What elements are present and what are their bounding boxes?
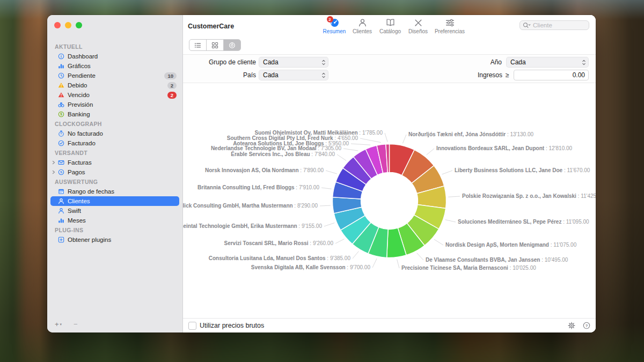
label-leader-line [326,171,337,174]
sidebar-item-vencido[interactable]: Vencido2 [50,90,179,100]
grupo-select[interactable]: Cada [259,57,328,68]
label-leader-line [353,252,358,259]
window-controls [54,22,82,28]
check-circle-icon [57,140,65,146]
slice-label: Consultoria Lusitana Lda, Manuel Dos San… [209,255,351,261]
person-icon [57,198,65,204]
updown-chevrons-icon [321,59,326,66]
tab-catalogo[interactable]: Catálogo [376,18,404,34]
sidebar-item-label: Dashboard [68,53,98,60]
segment-list-icon[interactable] [189,40,207,50]
svg-text:$: $ [60,112,62,116]
label-leader-line [445,220,456,222]
label-leader-line [321,188,332,189]
label-leader-line [320,205,331,206]
add-button[interactable]: + ▾ [55,320,62,328]
gross-prices-label: Utilizar precios brutos [200,322,264,329]
tab-clientes[interactable]: Clientes [348,18,376,34]
toolbar-tabs: 2ResumenClientesCatálogoDiseñosPreferenc… [320,18,467,34]
warning-triangle-icon [57,92,65,98]
sidebar-item-prevision[interactable]: Previsión [50,100,179,109]
slice-label: Britannia Consulting Ltd, Fred Bloggs : … [197,184,319,190]
view-segmented-control [189,39,241,51]
pais-select-value: Cada [263,71,321,79]
help-icon[interactable]: ? [583,322,590,329]
remove-button[interactable]: − [74,320,78,328]
sidebar-item-label: Facturado [68,140,96,146]
pais-select[interactable]: Cada [259,70,328,80]
sidebar-item-swift[interactable]: Swift [50,206,179,216]
label-leader-line [351,144,370,145]
label-leader-line [335,239,345,244]
close-button[interactable] [54,22,61,28]
segment-grid-icon[interactable] [207,40,224,50]
s-circle-icon: S [57,169,65,175]
disclosure-chevron-icon[interactable] [50,170,57,174]
sidebar-item-no-facturado[interactable]: No facturado [50,129,179,138]
slice-label: Norsk Innovasjon AS, Ola Nordmann : 7'89… [205,167,324,173]
label-leader-line [417,253,423,260]
slice-label: Aotearoa Solutions Ltd, Joe Bloggs : 5'9… [233,141,349,146]
binoculars-icon [57,101,65,108]
zoom-button[interactable] [76,22,82,28]
sliders-icon [445,18,455,27]
tab-preferencias[interactable]: Preferencias [432,18,467,34]
sidebar-item-label: Banking [68,111,90,117]
sidebar-item-pagos[interactable]: SPagos [50,167,179,177]
filter-label-pais: País [183,70,256,80]
sidebar-item-obtener-plugins[interactable]: Obtener plugins [50,235,179,245]
sidebar-item-label: Obtener plugins [68,237,111,243]
tab-label: Preferencias [435,28,465,34]
envelope-icon [57,159,65,166]
sidebar-item-label: Gráficos [68,63,91,69]
search-icon [523,22,531,28]
segment-donut-icon[interactable] [224,40,240,50]
tab-disenos[interactable]: Diseños [404,18,432,34]
sidebar-item-debido[interactable]: Debido2 [50,80,179,90]
sidebar-item-pendiente[interactable]: Pendiente10 [50,71,179,80]
search-placeholder: Cliente [533,22,552,28]
count-badge: 2 [167,92,177,99]
sidebar-item-rango-de-fechas[interactable]: Rango de fechas [50,187,179,196]
sidebar-section-clockograph: CLOCKOGRAPH [47,119,182,129]
svg-text:S: S [60,171,62,174]
search-field[interactable]: Cliente [519,20,589,30]
timer-icon [57,130,65,137]
sidebar-item-graficos[interactable]: Gráficos [50,61,179,71]
slice-label: Servizi Toscani SRL, Mario Rossi : 9'260… [224,240,334,246]
dollar-circle-icon: $ [57,111,65,117]
filter-label-ingresos: Ingresos [441,70,502,80]
updown-chevrons-icon [321,72,326,79]
sidebar-item-facturado[interactable]: Facturado [50,138,179,148]
label-leader-line [397,260,399,268]
sidebar-item-dashboard[interactable]: Dashboard [50,51,179,61]
slice-label: Nordisk Design ApS, Morten Menigmand : 1… [445,242,577,248]
sidebar-item-label: Rango de fechas [68,188,114,195]
label-leader-line [442,171,452,174]
ingresos-input[interactable] [514,70,589,80]
disclosure-chevron-icon[interactable] [50,160,57,165]
calendar-icon [57,188,65,195]
slice-label: Precisione Ticinese SA, Maria Bernasconi… [401,265,536,271]
label-leader-line [360,138,381,143]
bar-chart-icon [57,63,65,69]
gear-icon[interactable] [568,322,575,329]
sidebar-item-facturas[interactable]: Facturas [50,158,179,167]
gross-prices-checkbox[interactable] [188,322,196,330]
tab-label: Clientes [353,28,372,34]
bottom-bar: Utilizar precios brutos ? [183,318,596,333]
window-title: CustomerCare [188,23,234,30]
ano-select[interactable]: Cada [506,57,589,68]
sidebar-item-banking[interactable]: $Banking [50,109,179,119]
count-badge: 2 [167,82,177,89]
minimize-button[interactable] [65,22,71,28]
slice-label: Suomi Ohjelmistot Oy, Matti Meikäläinen … [255,130,383,136]
sidebar-item-label: Previsión [68,101,93,108]
label-leader-line [434,239,443,245]
sidebar-item-meses[interactable]: Meses [50,216,179,225]
sidebar-item-label: Pendiente [68,72,96,79]
sidebar-item-clientes[interactable]: Clientes [50,196,179,206]
tab-resumen[interactable]: 2Resumen [320,18,348,34]
book-icon [386,18,395,27]
svg-text:?: ? [586,323,588,328]
